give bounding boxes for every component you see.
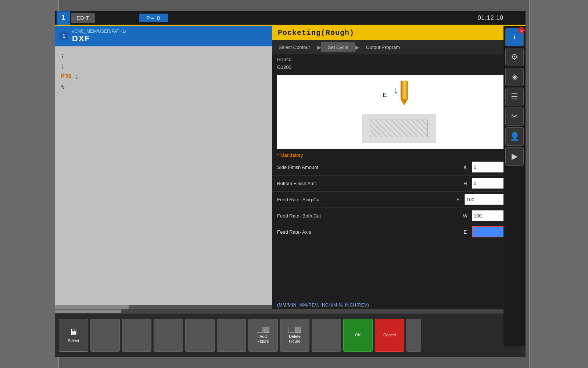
- arrow-icon: ▶: [512, 152, 518, 161]
- form-code-k: K: [462, 164, 469, 170]
- add-figure-button[interactable]: AddFigure: [248, 319, 278, 352]
- workpiece-inner: [370, 120, 428, 137]
- code-semicolon: ;: [75, 73, 79, 80]
- step-set-cycle[interactable]: Set Cycle: [321, 42, 355, 52]
- form-row-side-finish: Side Finish Amount K: [272, 159, 526, 176]
- person-icon: 👤: [510, 132, 520, 141]
- toolbar-btn-4[interactable]: [154, 319, 183, 352]
- scrollbar-thumb[interactable]: [55, 305, 129, 309]
- tool-letter: E: [383, 92, 387, 99]
- mandatory-text: * Mandatory: [272, 151, 526, 159]
- step-arrow-2: ▶: [355, 44, 359, 51]
- main-container: 1 EDIT P= 0 01:12:10 1 //CNC_MEM/USER/PA…: [55, 11, 526, 357]
- tool-tip: [401, 99, 408, 106]
- toolbar-scrollbar[interactable]: [55, 309, 526, 314]
- left-panel: 1 //CNC_MEM/USER/PATH1/ DXF ; ; M30 ; %: [55, 26, 272, 309]
- form-section: Side Finish Amount K Bottom Finish Amt. …: [272, 159, 526, 301]
- toolbar-btn-small[interactable]: [406, 319, 421, 352]
- form-row-feed-axis: Feed Rate- Axis E *: [272, 224, 526, 240]
- pocketing-title: Pocketing(Rough): [278, 29, 354, 37]
- top-bar: 1 EDIT P= 0 01:12:10: [55, 11, 526, 26]
- step-output-program[interactable]: Output Program: [359, 42, 407, 52]
- preview-area: E ↓: [277, 75, 520, 149]
- form-code-w: W: [462, 213, 469, 219]
- form-label-bottom-finish: Bottom Finish Amt.: [277, 181, 459, 186]
- m30-keyword: M30: [61, 73, 72, 80]
- tool-shaft: [401, 81, 408, 99]
- pocketing-header: Pocketing(Rough): [272, 26, 526, 40]
- form-row-bottom-finish: Bottom Finish Amt. H: [272, 176, 526, 192]
- delete-figure-icon: [288, 327, 301, 333]
- cancel-button[interactable]: Cancel: [375, 319, 404, 352]
- workpiece-preview: [362, 114, 435, 143]
- time-display: 01:12:10: [478, 15, 503, 21]
- right-panel: Pocketing(Rough) Select Contour ▶ Set Cy…: [272, 26, 526, 309]
- gear-icon: ⚙: [511, 52, 518, 62]
- select-label: Select: [68, 339, 79, 343]
- tool-button[interactable]: ✂: [505, 107, 524, 126]
- code-line: ;: [61, 50, 266, 61]
- list-button[interactable]: ☰: [505, 88, 524, 106]
- step-select-contour[interactable]: Select Contour: [272, 42, 317, 52]
- code-line: ;: [61, 61, 266, 71]
- edit-button[interactable]: EDIT: [71, 13, 95, 23]
- step-arrow-1: ▶: [317, 44, 321, 51]
- form-label-feed-both: Feed Rate- Both.Cut: [277, 213, 459, 219]
- ok-label: OK: [355, 333, 361, 337]
- select-button[interactable]: 🖥 Select: [59, 319, 88, 352]
- cancel-label: Cancel: [383, 333, 396, 337]
- left-panel-header: 1 //CNC_MEM/USER/PATH1/ DXF: [55, 26, 272, 46]
- horizontal-scrollbar[interactable]: [55, 305, 272, 309]
- form-row-feed-both: Feed Rate- Both.Cut W *: [272, 208, 526, 224]
- person-button[interactable]: 👤: [505, 127, 524, 146]
- toolbar-btn-2[interactable]: [90, 319, 120, 352]
- form-code-e: E: [462, 229, 469, 235]
- left-panel-num: 1: [60, 32, 68, 40]
- cube-icon: ◈: [512, 72, 518, 82]
- delete-figure-label: DeleteFigure: [289, 334, 301, 344]
- toolbar-btn-6[interactable]: [217, 319, 246, 352]
- right-sidebar: i 6 ⚙ ◈ ☰ ✂ 👤 ▶: [503, 26, 526, 346]
- list-icon: ☰: [511, 92, 518, 102]
- form-label-feed-sing: Feed Rate- Sing.Cut: [277, 197, 451, 202]
- info-icon: i: [514, 34, 515, 40]
- code-line-m30: M30 ;: [61, 71, 266, 82]
- toolbar-btn-3[interactable]: [122, 319, 151, 352]
- code-editor[interactable]: ; ; M30 ; %: [55, 46, 272, 305]
- file-title: DXF: [72, 34, 126, 43]
- form-label-feed-axis: Feed Rate- Axis: [277, 229, 459, 235]
- delete-figure-button[interactable]: DeleteFigure: [280, 319, 309, 352]
- form-input-feed-sing[interactable]: [465, 194, 505, 205]
- arrow-button[interactable]: ▶: [505, 147, 524, 166]
- unit-number: 1: [57, 11, 70, 25]
- add-figure-icon: [257, 327, 269, 333]
- code-line: %: [61, 82, 266, 92]
- gcode-item-2: G1200: [277, 64, 520, 71]
- info-button[interactable]: i 6: [505, 28, 524, 46]
- tool-direction-arrow: ↓: [393, 84, 398, 96]
- form-code-f: F: [454, 197, 462, 202]
- ok-button[interactable]: OK: [343, 319, 373, 352]
- toolbar-buttons: 🖥 Select AddFigure: [55, 314, 526, 357]
- form-label-side-finish: Side Finish Amount: [277, 164, 459, 170]
- bottom-toolbar: 🖥 Select AddFigure: [55, 309, 526, 357]
- form-code-h: H: [462, 181, 469, 186]
- cube-button[interactable]: ◈: [505, 68, 524, 86]
- select-icon: 🖥: [69, 327, 78, 337]
- steps-bar: Select Contour ▶ Set Cycle ▶ Output Prog…: [272, 40, 526, 54]
- units-bar: (MM/MIN, MM/REV, INCH/MIN, INCH/REV): [272, 301, 526, 309]
- notification-badge: 6: [518, 27, 525, 33]
- add-figure-label: AddFigure: [257, 334, 269, 344]
- toolbar-btn-9[interactable]: [312, 319, 341, 352]
- gear-button[interactable]: ⚙: [505, 48, 524, 66]
- file-path: //CNC_MEM/USER/PATH1/: [72, 29, 126, 34]
- gcode-item-1: G1040: [277, 56, 520, 64]
- toolbar-btn-5[interactable]: [185, 319, 215, 352]
- form-row-feed-sing: Feed Rate- Sing.Cut F *: [272, 192, 526, 208]
- content-area: 1 //CNC_MEM/USER/PATH1/ DXF ; ; M30 ; %: [55, 26, 526, 309]
- tool-preview: E ↓: [383, 81, 415, 110]
- gcode-list: G1040 G1200: [272, 54, 526, 73]
- p-display: P= 0: [139, 14, 168, 22]
- tool-icon: ✂: [511, 112, 518, 121]
- toolbar-scroll-thumb[interactable]: [55, 309, 121, 313]
